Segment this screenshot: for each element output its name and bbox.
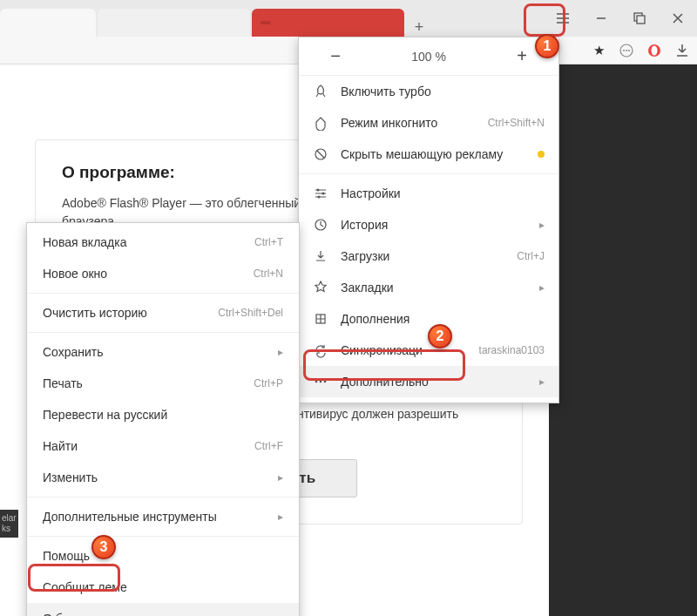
bookmark-star-icon[interactable]: ★: [591, 43, 606, 58]
svg-rect-1: [637, 16, 645, 24]
downloads-icon[interactable]: [674, 43, 690, 58]
bookmark-icon: [313, 280, 328, 295]
chevron-right-icon: ▸: [278, 346, 283, 358]
svg-point-10: [322, 193, 325, 195]
submenu-find[interactable]: Найти Ctrl+F: [27, 430, 299, 462]
menu-settings[interactable]: Настройки: [299, 178, 558, 209]
submenu-help[interactable]: Помощь: [27, 540, 299, 572]
submenu-print[interactable]: Печать Ctrl+P: [27, 368, 299, 399]
menu-separator: [299, 173, 558, 174]
notification-dot-icon: [538, 151, 545, 158]
close-button[interactable]: [659, 0, 697, 37]
history-icon: [313, 217, 328, 233]
submenu-save[interactable]: Сохранить ▸: [27, 336, 299, 368]
settings-icon: [313, 186, 328, 201]
close-icon: [670, 10, 686, 26]
submenu-new-window[interactable]: Новое окно Ctrl+N: [27, 258, 299, 289]
new-tab-button[interactable]: +: [406, 18, 432, 37]
browser-tab-active[interactable]: [252, 9, 404, 37]
browser-tab[interactable]: [98, 9, 250, 37]
main-menu: − 100 % + Включить турбо Режим инкогнито…: [298, 37, 559, 403]
svg-point-3: [623, 50, 625, 51]
submenu-new-tab[interactable]: Новая вкладка Ctrl+T: [27, 227, 299, 258]
submenu-report[interactable]: Сообщит леме: [27, 572, 299, 603]
chevron-right-icon: ▸: [539, 376, 545, 388]
menu-history[interactable]: История ▸: [299, 209, 558, 240]
svg-point-5: [628, 50, 630, 51]
title-bar: +: [0, 0, 697, 37]
chevron-right-icon: ▸: [539, 281, 545, 294]
submenu-about-browser[interactable]: О браузере: [27, 603, 299, 616]
zoom-out-button[interactable]: −: [325, 46, 346, 66]
submenu-separator: [27, 332, 299, 333]
svg-point-14: [315, 381, 318, 383]
submenu-clear-history[interactable]: Очистить историю Ctrl+Shift+Del: [27, 297, 299, 328]
zoom-in-button[interactable]: +: [511, 46, 532, 66]
svg-point-15: [320, 381, 322, 383]
minimize-icon: [593, 10, 609, 26]
minimize-button[interactable]: [582, 0, 620, 37]
incognito-icon: [313, 115, 328, 131]
maximize-button[interactable]: [620, 0, 659, 37]
menu-downloads[interactable]: Загрузки Ctrl+J: [299, 240, 558, 272]
menu-sync[interactable]: Синхронизаци taraskina0103: [299, 335, 558, 366]
menu-more[interactable]: Дополнительно ▸: [299, 366, 558, 397]
zoom-value: 100 %: [411, 50, 446, 64]
dark-region: [549, 64, 697, 616]
tab-strip: +: [0, 0, 544, 37]
sidebar-fragment: elarks: [0, 510, 18, 538]
menu-hide-ads[interactable]: Скрыть мешающую рекламу: [299, 139, 558, 170]
svg-point-11: [318, 196, 321, 199]
sync-icon: [313, 342, 328, 358]
submenu-separator: [27, 293, 299, 294]
rocket-icon: [313, 84, 328, 99]
browser-tab[interactable]: [0, 9, 96, 37]
download-icon: [313, 248, 328, 264]
menu-addons[interactable]: Дополнения: [299, 303, 558, 335]
hamburger-menu-button[interactable]: [544, 0, 582, 37]
zoom-control: − 100 % +: [299, 37, 558, 76]
maximize-icon: [632, 10, 647, 26]
more-icon: [313, 374, 328, 389]
menu-turbo[interactable]: Включить турбо: [299, 76, 558, 107]
extensions-icon[interactable]: [619, 43, 634, 58]
submenu-more: Новая вкладка Ctrl+T Новое окно Ctrl+N О…: [26, 222, 300, 616]
svg-point-16: [324, 381, 327, 383]
chevron-right-icon: ▸: [539, 219, 545, 231]
addons-icon: [313, 311, 328, 327]
menu-incognito[interactable]: Режим инкогнито Ctrl+Shift+N: [299, 107, 558, 139]
chevron-right-icon: ▸: [278, 511, 283, 523]
opera-icon[interactable]: [646, 43, 662, 58]
svg-point-9: [317, 189, 320, 192]
svg-point-4: [626, 50, 627, 51]
submenu-separator: [27, 536, 299, 537]
submenu-separator: [27, 497, 299, 498]
chevron-right-icon: ▸: [278, 471, 283, 484]
svg-point-7: [652, 46, 658, 56]
submenu-edit[interactable]: Изменить ▸: [27, 462, 299, 493]
submenu-translate[interactable]: Перевести на русский: [27, 399, 299, 430]
window-controls: [544, 0, 697, 37]
block-icon: [313, 146, 328, 162]
menu-bookmarks[interactable]: Закладки ▸: [299, 272, 558, 303]
submenu-dev-tools[interactable]: Дополнительные инструменты ▸: [27, 501, 299, 532]
hamburger-icon: [555, 10, 571, 26]
